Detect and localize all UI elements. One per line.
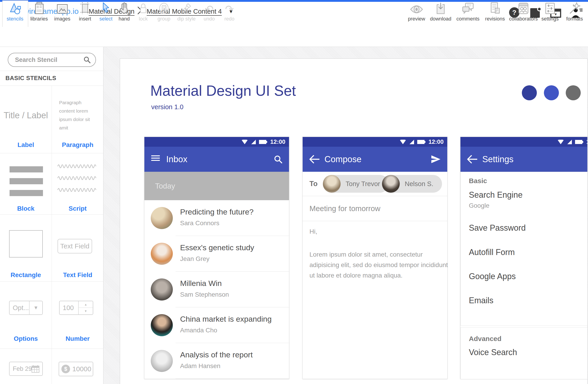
stencil-block[interactable]: Block	[0, 153, 52, 214]
stencil-currency[interactable]: $ 10000	[52, 348, 104, 384]
to-label: To	[310, 180, 318, 188]
stencils-icon	[9, 1, 21, 15]
text-field-preview: Text Field	[58, 239, 92, 254]
status-bar: 12:00	[303, 137, 447, 147]
label-preview: Title / Label	[0, 110, 52, 120]
options-preview: Opt... ▼	[9, 301, 43, 315]
status-bar: 12:00	[144, 137, 289, 147]
settings-title: Settings	[482, 154, 513, 164]
phone-mockup-inbox[interactable]: 12:00 Inbox Today Predic	[144, 137, 289, 379]
tool-group[interactable]: group	[151, 1, 176, 25]
email-list-item: China market is expanding Amanda Cho	[144, 307, 289, 343]
status-bar: 12:00	[461, 137, 588, 147]
dollar-icon: $	[61, 365, 70, 373]
settings-item: Autofill Form	[469, 248, 515, 257]
stencil-script[interactable]: Script	[52, 153, 104, 214]
tool-revisions[interactable]: revisions	[483, 1, 507, 25]
spinner-down-icon: ▼	[78, 308, 93, 314]
redo-icon: ↷	[225, 1, 234, 15]
status-time: 12:00	[587, 138, 588, 145]
settings-item: Emails	[469, 296, 493, 305]
paragraph-preview: Paragraph content lorem ipsum dolor sit …	[59, 98, 90, 132]
stencil-number[interactable]: 100 ▲ ▼ Number	[52, 281, 104, 348]
settings-item: Save Password	[469, 223, 526, 233]
settings-item: Google Apps	[469, 272, 516, 281]
search-icon	[83, 56, 91, 64]
canvas-subtitle[interactable]: version 1.0	[151, 103, 184, 111]
battery-icon	[575, 140, 583, 144]
settings-item: Search Engine	[469, 190, 523, 200]
tool-preview[interactable]: preview	[404, 1, 429, 25]
signal-icon	[567, 140, 572, 144]
settings-advanced-card: Advanced Voice Search	[461, 327, 588, 379]
stencil-options[interactable]: Opt... ▼ Options	[0, 281, 52, 348]
color-swatch-indigo[interactable]	[522, 85, 537, 100]
send-icon	[431, 155, 441, 164]
email-list-item: Essex's genetic study Jean Grey	[144, 236, 289, 272]
tool-redo[interactable]: ↷ redo	[217, 1, 242, 25]
settings-item: Voice Search	[469, 348, 517, 357]
battery-icon	[417, 140, 425, 144]
back-arrow-icon	[309, 155, 319, 163]
settings-sliders-icon	[544, 1, 556, 15]
signal-icon	[409, 140, 414, 144]
stencil-text-field[interactable]: Text Field Text Field	[52, 214, 104, 281]
back-arrow-icon	[467, 155, 477, 163]
eye-icon	[410, 1, 423, 15]
script-preview	[57, 162, 98, 199]
hand-icon	[119, 1, 130, 15]
currency-preview: $ 10000	[59, 362, 93, 376]
revisions-icon	[489, 1, 501, 15]
options-caret-icon: ▼	[29, 301, 42, 314]
recipient-chip: Tony Trevor	[323, 175, 389, 193]
tool-comments[interactable]: comments	[455, 1, 481, 25]
avatar	[151, 350, 173, 372]
email-list-item: Predicting the future? Sara Connors	[144, 200, 289, 236]
lock-icon	[138, 1, 148, 15]
libraries-icon	[33, 1, 45, 15]
signal-icon	[251, 140, 256, 144]
avatar	[151, 314, 173, 336]
group-icon	[158, 1, 170, 15]
color-swatch-blue[interactable]	[544, 85, 559, 100]
block-bar	[10, 190, 43, 196]
tool-libraries[interactable]: libraries	[27, 1, 52, 25]
tool-stencils[interactable]: stencils	[2, 1, 27, 25]
tool-collaborators[interactable]: collaborators	[511, 1, 536, 25]
stencil-sidebar: BASIC STENCILS Title / Label Label Parag…	[0, 47, 104, 384]
undo-icon: ↶	[205, 1, 214, 15]
comments-icon	[461, 1, 475, 15]
images-icon	[56, 1, 68, 15]
stencil-paragraph[interactable]: Paragraph content lorem ipsum dolor sit …	[52, 85, 104, 153]
section-header: Advanced	[469, 335, 501, 342]
insert-icon	[80, 1, 90, 15]
workspace-background: Material Design UI Set version 1.0 12:00…	[104, 47, 588, 384]
tool-formats[interactable]: formats	[562, 1, 587, 25]
color-swatch-gray[interactable]	[566, 85, 581, 100]
avatar	[151, 278, 173, 300]
phone-mockup-settings[interactable]: 12:00 Settings Basic Search Engine Googl…	[460, 137, 588, 379]
menu-icon	[151, 155, 160, 162]
tool-images[interactable]: images	[50, 1, 75, 25]
status-time: 12:00	[270, 138, 286, 145]
stencil-date[interactable]: Feb 29	[0, 348, 52, 384]
avatar	[323, 175, 341, 193]
rectangle-preview	[9, 230, 43, 257]
phone-mockup-compose[interactable]: 12:00 Compose To Tony Trevor	[302, 137, 447, 379]
to-field: To Tony Trevor Nelson S.	[303, 172, 447, 196]
eyedropper-icon	[181, 1, 192, 15]
design-canvas[interactable]: Material Design UI Set version 1.0 12:00…	[120, 59, 588, 384]
number-preview: 100 ▲ ▼	[59, 301, 93, 315]
tool-dip-style[interactable]: dip style	[174, 1, 199, 25]
magic-wand-icon	[568, 1, 581, 15]
block-bar	[10, 166, 43, 172]
email-list-item: Analysis of the report Adam Hansen	[144, 343, 289, 379]
message-body: Hi, Lorem ipsum dolor sit amet, consecte…	[310, 228, 442, 281]
stencil-rectangle[interactable]: Rectangle	[0, 214, 52, 281]
search-stencil-input[interactable]	[8, 53, 96, 67]
tool-settings[interactable]: settings	[538, 1, 563, 25]
battery-icon	[259, 140, 267, 144]
stencil-label[interactable]: Title / Label Label	[0, 85, 52, 153]
tool-download[interactable]: download	[428, 1, 453, 25]
canvas-title[interactable]: Material Design UI Set	[150, 82, 296, 99]
